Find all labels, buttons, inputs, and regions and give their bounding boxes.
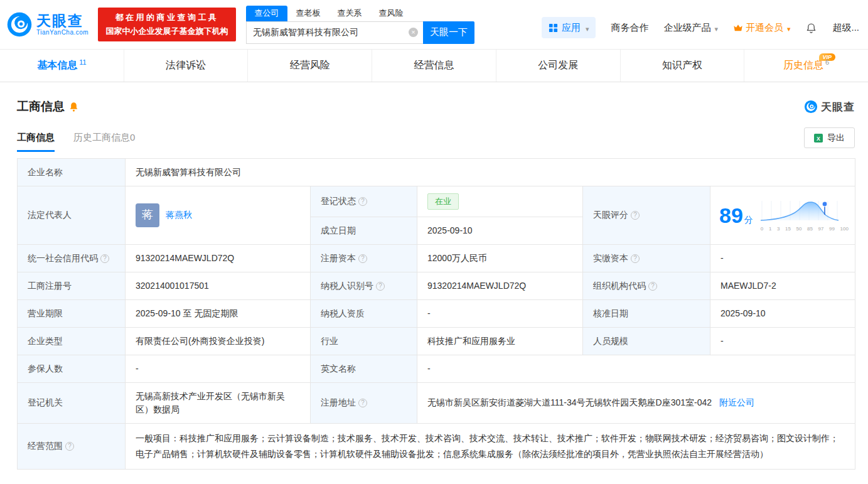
tab-label: 经营信息 xyxy=(414,59,454,72)
nav-label: 开通会员 xyxy=(746,22,783,34)
logo-swirl-icon xyxy=(6,11,33,38)
search-tab-risk[interactable]: 查风险 xyxy=(370,6,412,21)
tab-count: 6 xyxy=(825,58,829,66)
search-row: 天眼一下 xyxy=(246,21,474,44)
legal-rep-link[interactable]: 蒋燕秋 xyxy=(166,208,192,222)
chevron-down-icon xyxy=(713,23,718,33)
field-label: 成立日期 xyxy=(311,217,417,244)
taxpayer-qual-value: - xyxy=(417,299,583,327)
score-distribution-chart: 01 315 5085 9799 100 xyxy=(759,199,850,233)
field-label: 行业 xyxy=(311,327,417,355)
field-label: 纳税人识别号 xyxy=(311,272,417,299)
company-section-tabs: 基本信息 11 法律诉讼 经营风险 经营信息 公司发展 知识产权 VIP 历史信… xyxy=(0,50,868,82)
notification-bell-icon[interactable] xyxy=(805,22,817,34)
help-icon[interactable] xyxy=(631,254,640,263)
field-label: 英文名称 xyxy=(311,355,417,382)
field-label: 企业类型 xyxy=(18,327,126,355)
field-label: 营业期限 xyxy=(18,299,126,327)
table-row: 工商注册号 320214001017501 纳税人识别号 91320214MAE… xyxy=(18,272,855,299)
credit-code-value: 91320214MAEWJLD72Q xyxy=(126,244,311,272)
logo-en: TianYanCha.com xyxy=(36,29,88,36)
promo-line2: 国家中小企业发展子基金旗下机构 xyxy=(106,26,228,37)
tab-label: 经营风险 xyxy=(290,59,330,72)
help-icon[interactable] xyxy=(376,282,385,291)
help-icon[interactable] xyxy=(358,197,367,206)
subtab-business-info[interactable]: 工商信息 xyxy=(17,132,55,152)
reg-number-value: 320214001017501 xyxy=(126,272,311,299)
tab-operation-info[interactable]: 经营信息 xyxy=(372,50,496,82)
tab-label: 法律诉讼 xyxy=(166,59,206,72)
tab-count: 11 xyxy=(79,58,86,66)
help-icon[interactable] xyxy=(100,254,109,263)
section-title: 工商信息 xyxy=(17,99,65,115)
subtabs-row: 工商信息 历史工商信息0 X 导出 xyxy=(17,127,855,152)
field-label: 法定代表人 xyxy=(18,186,126,245)
reg-authority-value: 无锡高新技术产业开发区（无锡市新吴区）数据局 xyxy=(126,382,311,423)
table-row: 营业期限 2025-09-10 至 无固定期限 纳税人资质 - 核准日期 202… xyxy=(18,299,855,327)
chevron-down-icon xyxy=(584,23,589,33)
business-scope-value: 一般项目：科技推广和应用服务；云计算设备制造；技术服务、技术开发、技术咨询、技术… xyxy=(126,423,855,469)
field-label: 登记机关 xyxy=(18,382,126,423)
table-row: 参保人数 - 英文名称 - xyxy=(18,355,855,382)
search-tab-relation[interactable]: 查关系 xyxy=(329,6,370,21)
table-row: 法定代表人 蒋 蒋燕秋 登记状态 在业 天眼评分 89分 xyxy=(18,186,855,217)
watermark-text: 天眼查 xyxy=(821,100,855,114)
subscribe-bell-icon[interactable] xyxy=(69,102,78,112)
help-icon[interactable] xyxy=(358,399,367,407)
business-info-table: 企业名称 无锡新威智算科技有限公司 法定代表人 蒋 蒋燕秋 登记状态 在业 天眼… xyxy=(17,158,855,470)
chevron-down-icon xyxy=(786,23,791,33)
company-name-value: 无锡新威智算科技有限公司 xyxy=(126,159,855,186)
nav-enterprise-product[interactable]: 企业级产品 xyxy=(663,22,718,34)
help-icon[interactable] xyxy=(358,254,367,263)
field-label: 统一社会信用代码 xyxy=(18,244,126,272)
org-code-value: MAEWJLD7-2 xyxy=(710,272,855,299)
field-label: 工商注册号 xyxy=(18,272,126,299)
address-value: 无锡市新吴区新安街道菱湖大道111-34号无锡软件园天鹅座D座301室-042 … xyxy=(417,382,855,423)
help-icon[interactable] xyxy=(648,282,657,291)
help-icon[interactable] xyxy=(631,211,640,220)
tianyancha-logo[interactable]: 天眼查 TianYanCha.com xyxy=(6,11,93,38)
clear-search-icon[interactable] xyxy=(409,28,418,37)
search-input[interactable] xyxy=(253,28,409,38)
tab-intellectual-property[interactable]: 知识产权 xyxy=(621,50,745,82)
industry-value: 科技推广和应用服务业 xyxy=(417,327,583,355)
tab-history-info[interactable]: VIP 历史信息 6 xyxy=(744,50,868,82)
help-icon[interactable] xyxy=(65,442,74,451)
tab-operation-risk[interactable]: 经营风险 xyxy=(248,50,372,82)
insured-value: - xyxy=(126,355,311,382)
subtab-history-business-info[interactable]: 历史工商信息0 xyxy=(73,132,135,152)
tab-company-development[interactable]: 公司发展 xyxy=(496,50,621,82)
export-label: 导出 xyxy=(827,132,845,144)
tab-label: 公司发展 xyxy=(538,59,578,72)
search-tabs: 查公司 查老板 查关系 查风险 xyxy=(246,6,474,21)
table-row: 企业名称 无锡新威智算科技有限公司 xyxy=(18,159,855,186)
app-grid-icon xyxy=(549,23,558,33)
app-menu-button[interactable]: 应用 xyxy=(542,17,596,38)
nav-business-cooperation[interactable]: 商务合作 xyxy=(611,22,648,34)
nav-open-vip[interactable]: 开通会员 xyxy=(733,22,791,34)
score-number: 89分 xyxy=(719,200,753,232)
reg-status-value: 在业 xyxy=(417,186,583,217)
english-name-value: - xyxy=(417,355,855,382)
nav-label: 超级... xyxy=(832,22,859,34)
tab-label: 知识产权 xyxy=(662,59,702,72)
field-label: 天眼评分 xyxy=(583,186,710,245)
nav-super-vip[interactable]: 超级... xyxy=(832,22,859,34)
search-button[interactable]: 天眼一下 xyxy=(423,21,474,44)
tab-label: 历史信息 xyxy=(783,59,823,72)
paid-capital-value: - xyxy=(710,244,855,272)
field-label: 经营范围 xyxy=(18,423,126,469)
nearby-companies-link[interactable]: 附近公司 xyxy=(719,397,754,407)
search-tab-company[interactable]: 查公司 xyxy=(246,6,287,21)
tab-basic-info[interactable]: 基本信息 11 xyxy=(0,50,124,82)
crown-icon xyxy=(733,24,743,32)
export-button[interactable]: X 导出 xyxy=(804,127,855,148)
legal-rep-value: 蒋 蒋燕秋 xyxy=(126,186,311,245)
establish-date-value: 2025-09-10 xyxy=(417,217,583,244)
table-row: 统一社会信用代码 91320214MAEWJLD72Q 注册资本 12000万人… xyxy=(18,244,855,272)
tab-legal-litigation[interactable]: 法律诉讼 xyxy=(124,50,249,82)
search-tab-boss[interactable]: 查老板 xyxy=(287,6,329,21)
approval-date-value: 2025-09-10 xyxy=(710,299,855,327)
legal-rep-avatar[interactable]: 蒋 xyxy=(136,203,159,227)
watermark-logo: 天眼查 xyxy=(804,100,855,114)
